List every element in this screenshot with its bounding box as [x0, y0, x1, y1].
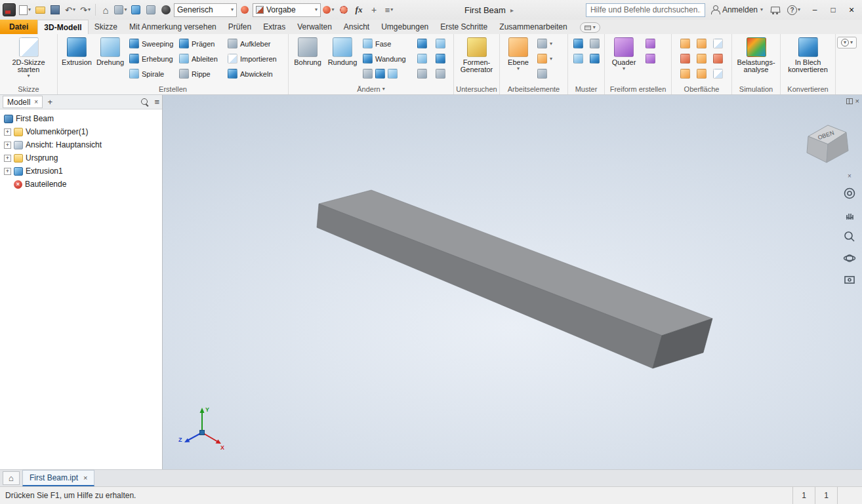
add-browser-tab-button[interactable]: +	[44, 97, 56, 107]
tree-item-ansicht-hauptansicht[interactable]: + Ansicht: Hauptansicht	[0, 138, 162, 151]
dropdown-caret-icon[interactable]: ▾	[517, 66, 520, 71]
maximize-button[interactable]: □	[824, 1, 842, 18]
ribbon-appearance-button[interactable]: ▾	[580, 22, 600, 33]
return-home-button[interactable]: ⌂	[98, 2, 113, 18]
minimize-button[interactable]: –	[806, 1, 824, 18]
viewcube[interactable]: OBEN	[800, 117, 855, 170]
add-quick-access-button[interactable]: +	[367, 2, 381, 18]
restore-document-button[interactable]	[846, 98, 853, 104]
document-tab-first-beam[interactable]: First Beam.ipt ×	[22, 470, 94, 486]
bohrung-button[interactable]: Bohrung	[291, 36, 324, 66]
formen-generator-button[interactable]: Formen-Generator	[457, 36, 497, 73]
replace-face-icon[interactable]	[697, 69, 707, 79]
trim-surface-icon[interactable]	[680, 54, 690, 64]
help-button[interactable]: ?▾	[787, 2, 801, 18]
store-button[interactable]	[768, 2, 782, 18]
delete-face-icon[interactable]	[388, 69, 398, 79]
spirale-button[interactable]: Spirale	[127, 66, 176, 81]
ucs-button[interactable]	[535, 66, 562, 81]
tab-zusammenarbeiten[interactable]: Zusammenarbeiten	[493, 20, 573, 34]
viewport-3d[interactable]: × OBEN ×	[163, 95, 862, 469]
rectangular-pattern-icon[interactable]	[573, 39, 583, 48]
ableiten-button[interactable]: Ableiten	[177, 51, 224, 66]
tab-extras[interactable]: Extras	[257, 20, 291, 34]
clear-appearance-button[interactable]	[337, 2, 351, 18]
open-button[interactable]	[33, 2, 47, 18]
belastungsanalyse-button[interactable]: Belastungs-analyse	[735, 36, 777, 73]
tree-item-first-beam[interactable]: First Beam	[0, 112, 162, 125]
dropdown-caret-icon[interactable]: ▾	[623, 66, 625, 71]
freeform-edit-button[interactable]	[644, 36, 657, 51]
browser-tab-modell[interactable]: Modell ×	[3, 96, 43, 108]
start-2d-sketch-button[interactable]: 2D-Skizze starten ▾	[4, 36, 54, 79]
redo-button[interactable]: ↷▾	[78, 2, 92, 18]
tab-umgebungen[interactable]: Umgebungen	[375, 20, 434, 34]
title-chevron-icon[interactable]: ▸	[510, 7, 514, 14]
help-search-input[interactable]	[586, 3, 705, 17]
thread-icon[interactable]	[363, 69, 373, 79]
new-file-button[interactable]: ▾	[18, 2, 32, 18]
in-blech-konvertieren-button[interactable]: In Blech konvertieren	[783, 36, 832, 73]
erhebung-button[interactable]: Erhebung	[127, 51, 176, 66]
thicken-button[interactable]	[415, 36, 429, 51]
work-point-button[interactable]: ▾	[535, 51, 562, 66]
tree-item-ursprung[interactable]: + Ursprung	[0, 151, 162, 165]
expander-icon[interactable]: +	[4, 128, 11, 136]
move-body-button[interactable]	[434, 66, 447, 81]
dropdown-caret-icon[interactable]: ▾	[315, 7, 318, 12]
sweeping-button[interactable]: Sweeping	[127, 36, 176, 51]
close-browser-tab-icon[interactable]: ×	[34, 98, 38, 106]
signin-button[interactable]: Anmelden ▾	[711, 2, 763, 18]
ruled-surface-icon[interactable]	[713, 39, 723, 48]
combine-icon[interactable]	[375, 69, 385, 79]
wandung-button[interactable]: Wandung	[361, 51, 412, 66]
beam-top-face[interactable]	[319, 190, 712, 336]
tab-erste-schritte[interactable]: Erste Schritte	[434, 20, 493, 34]
undo-button[interactable]: ↶▾	[63, 2, 77, 18]
dropdown-caret-icon[interactable]: ▾	[798, 7, 800, 12]
aufkleber-button[interactable]: Aufkleber	[226, 36, 282, 51]
importieren-button[interactable]: Importieren	[226, 51, 282, 66]
close-document-tab-icon[interactable]: ×	[83, 474, 87, 482]
untrim-surface-icon[interactable]	[713, 69, 723, 79]
iproperties-button[interactable]	[129, 2, 143, 18]
tab-3d-modell[interactable]: 3D-Modell	[37, 20, 88, 34]
ebene-button[interactable]: Ebene ▾	[503, 36, 534, 71]
tab-verwalten[interactable]: Verwalten	[291, 20, 338, 34]
abwickeln-button[interactable]: Abwickeln	[226, 66, 282, 81]
dropdown-caret-icon[interactable]: ▾	[760, 7, 763, 12]
freeform-cylinder-button[interactable]	[644, 51, 657, 66]
browser-search-icon[interactable]	[141, 98, 149, 106]
navigation-wheel-icon[interactable]	[842, 185, 857, 201]
measure-button[interactable]	[144, 2, 158, 18]
tab-ansicht[interactable]: Ansicht	[338, 20, 375, 34]
dropdown-caret-icon[interactable]: ▾	[331, 7, 334, 12]
bend-part-button[interactable]	[434, 36, 447, 51]
orbit-icon[interactable]	[842, 250, 857, 266]
work-axis-button[interactable]: ▾	[535, 36, 562, 51]
tab-mit-anmerkung-versehen[interactable]: Mit Anmerkung versehen	[123, 20, 222, 34]
expander-icon[interactable]: +	[4, 168, 11, 175]
expander-icon[interactable]: +	[4, 142, 11, 149]
zoom-icon[interactable]	[842, 229, 857, 244]
sculpt-surface-icon[interactable]	[680, 69, 690, 79]
dropdown-caret-icon[interactable]: ▾	[124, 7, 127, 12]
praegen-button[interactable]: Prägen	[177, 36, 224, 51]
tree-item-bauteilende[interactable]: × Bauteilende	[0, 178, 162, 191]
fase-button[interactable]: Fase	[361, 36, 412, 51]
material-combo[interactable]: Generisch ▾	[174, 3, 237, 17]
tab-skizze[interactable]: Skizze	[89, 20, 123, 34]
sketch-pattern-icon[interactable]	[590, 54, 600, 64]
dropdown-caret-icon[interactable]: ▾	[28, 7, 31, 12]
browser-menu-icon[interactable]: ≡	[154, 97, 159, 107]
parameters-button[interactable]: fx	[352, 2, 366, 18]
appearance-swatch-button[interactable]	[237, 2, 252, 18]
rippe-button[interactable]: Rippe	[177, 66, 224, 81]
home-tab-button[interactable]: ⌂	[3, 471, 20, 485]
adjust-appearance-button[interactable]: ▾	[321, 2, 336, 18]
tree-item-volumenkoerper[interactable]: + Volumenkörper(1)	[0, 125, 162, 138]
app-logo-icon[interactable]	[3, 3, 16, 16]
delete-surface-icon[interactable]	[713, 54, 723, 64]
drehung-button[interactable]: Drehung	[94, 36, 126, 66]
appearance-combo[interactable]: Vorgabe ▾	[253, 3, 321, 17]
